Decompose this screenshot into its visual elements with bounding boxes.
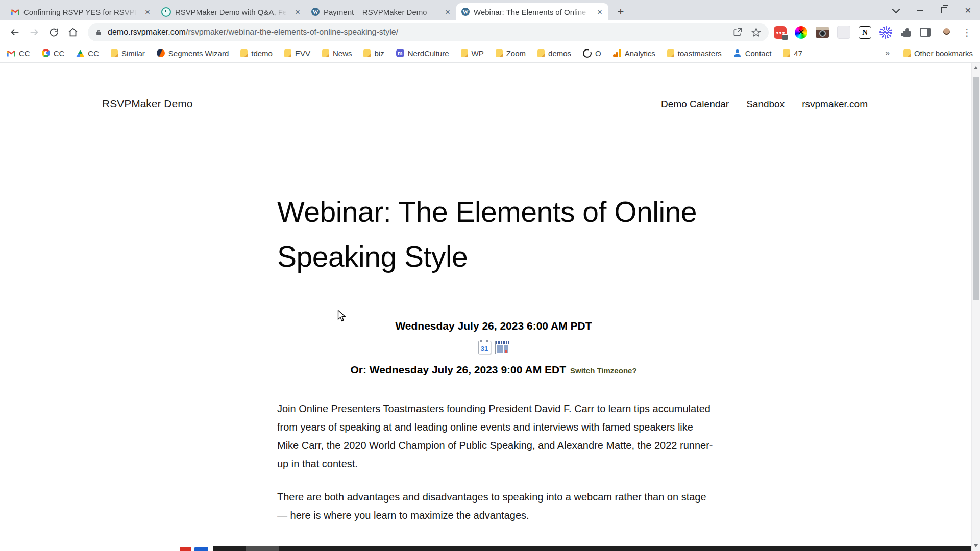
scrollbar-up-arrow[interactable] xyxy=(974,66,978,69)
folder-icon xyxy=(111,49,118,57)
event-title: Webinar: The Elements of Online Speaking… xyxy=(277,189,708,279)
wordpress-icon: W xyxy=(311,8,320,16)
folder-icon xyxy=(461,49,468,57)
reload-button[interactable] xyxy=(44,22,63,42)
bookmark-label: tdemo xyxy=(251,49,273,58)
drive-icon xyxy=(76,50,84,57)
minimize-icon xyxy=(917,10,923,11)
bookmark-label: NerdCulture xyxy=(408,49,449,58)
back-button[interactable] xyxy=(5,22,24,42)
bookmark-folder-zoom[interactable]: Zoom xyxy=(496,49,526,58)
forward-button[interactable] xyxy=(24,22,44,42)
omnibox-actions xyxy=(732,27,762,38)
partial-content-blue-fragment xyxy=(194,547,208,551)
google-icon xyxy=(42,49,50,57)
page-scrollbar[interactable] xyxy=(971,63,980,551)
partial-content-red-fragment xyxy=(180,547,191,551)
new-tab-button[interactable]: + xyxy=(614,5,628,19)
bookmark-star-icon[interactable] xyxy=(751,27,762,38)
ring-icon xyxy=(583,49,592,58)
folder-icon xyxy=(667,49,674,57)
tab-strip: Confirming RSVP YES for RSVPM × RSVPMake… xyxy=(0,0,980,20)
ellipsis-dots xyxy=(776,32,778,34)
tab-close-icon[interactable]: × xyxy=(443,7,452,16)
profile-avatar[interactable] xyxy=(939,25,954,40)
minimize-button[interactable] xyxy=(908,0,932,20)
site-title[interactable]: RSVPMaker Demo xyxy=(102,97,192,110)
bookmark-label: Contact xyxy=(745,49,772,58)
tab-close-icon[interactable]: × xyxy=(595,7,604,16)
disabled-extension-icon[interactable] xyxy=(837,26,850,39)
restore-button[interactable] xyxy=(932,0,956,20)
red-ellipsis-extension-icon[interactable] xyxy=(774,26,787,39)
google-calendar-icon[interactable]: 31 xyxy=(478,341,491,354)
share-icon[interactable] xyxy=(732,27,743,37)
scrollbar-thumb[interactable] xyxy=(973,77,979,300)
mastodon-icon: m xyxy=(396,49,404,57)
notion-extension-icon[interactable]: N xyxy=(859,26,871,39)
bookmark-folder-47[interactable]: 47 xyxy=(783,49,802,58)
tab-webinar-active[interactable]: W Webinar: The Elements of Online × xyxy=(456,3,608,20)
tab-title: Confirming RSVP YES for RSVPM xyxy=(23,8,139,16)
bookmark-label: 47 xyxy=(794,49,802,58)
nav-sandbox[interactable]: Sandbox xyxy=(746,98,785,110)
gmail-icon xyxy=(7,50,15,57)
folder-icon xyxy=(496,49,503,57)
folder-icon xyxy=(284,49,291,57)
address-bar[interactable]: demo.rsvpmaker.com/rsvpmaker/webinar-the… xyxy=(88,23,769,41)
home-button[interactable] xyxy=(63,22,83,42)
bookmark-folder-toastmasters[interactable]: toastmasters xyxy=(667,49,722,58)
bookmark-drive-cc[interactable]: CC xyxy=(76,49,99,58)
bookmarks-separator xyxy=(897,48,897,58)
chevron-down-icon xyxy=(892,5,900,13)
tab-rsvpmaker-qa[interactable]: RSVPMaker Demo with Q&A, Fea × xyxy=(156,3,306,20)
bookmark-label: Zoom xyxy=(506,49,526,58)
starburst-extension-icon[interactable] xyxy=(879,26,892,39)
bookmark-label: CC xyxy=(19,49,30,58)
bookmark-folder-demos[interactable]: demos xyxy=(537,49,571,58)
url-path: /rsvpmaker/webinar-the-elements-of-onlin… xyxy=(186,28,398,36)
bookmark-folder-evv[interactable]: EVV xyxy=(284,49,310,58)
bookmark-nerdculture[interactable]: m NerdCulture xyxy=(396,49,449,58)
tab-title: RSVPMaker Demo with Q&A, Fea xyxy=(175,8,289,16)
tab-close-icon[interactable]: × xyxy=(143,7,152,16)
tab-search-button[interactable] xyxy=(884,0,908,20)
browser-menu-icon[interactable]: ⋮ xyxy=(962,27,972,38)
bookmark-o[interactable]: O xyxy=(583,49,601,58)
lock-icon xyxy=(95,29,103,36)
event-description-paragraph-2: There are both advantages and disadvanta… xyxy=(277,488,714,524)
add-to-calendar-row: 31 xyxy=(277,340,710,355)
bookmark-gmail-cc[interactable]: CC xyxy=(7,49,30,58)
tab-payment[interactable]: W Payment – RSVPMaker Demo × xyxy=(306,3,456,20)
bookmark-segments-wizard[interactable]: Segments Wizard xyxy=(157,49,229,58)
scrollbar-down-arrow[interactable] xyxy=(974,544,978,547)
tab-gmail-rsvp[interactable]: Confirming RSVP YES for RSVPM × xyxy=(6,3,156,20)
other-bookmarks-label: Other bookmarks xyxy=(914,49,973,58)
bookmark-contact[interactable]: Contact xyxy=(733,49,772,58)
bookmark-google-cc[interactable]: CC xyxy=(42,49,65,58)
close-window-button[interactable]: × xyxy=(956,0,980,20)
analytics-icon xyxy=(613,49,621,57)
extensions-puzzle-icon[interactable] xyxy=(900,27,912,38)
side-panel-icon[interactable] xyxy=(920,28,931,37)
other-bookmarks-button[interactable]: Other bookmarks xyxy=(903,49,973,58)
bookmark-folder-wp[interactable]: WP xyxy=(461,49,484,58)
url-domain: demo.rsvpmaker.com xyxy=(108,28,186,36)
bookmark-label: Analytics xyxy=(625,49,655,58)
bookmark-folder-news[interactable]: News xyxy=(322,49,352,58)
bookmarks-overflow-chevron[interactable]: » xyxy=(885,48,890,58)
ical-calendar-icon[interactable] xyxy=(495,341,509,354)
bookmark-label: EVV xyxy=(295,49,310,58)
tab-close-icon[interactable]: × xyxy=(293,7,302,16)
folder-icon xyxy=(783,49,790,57)
camera-extension-icon[interactable] xyxy=(816,28,829,38)
switch-timezone-link[interactable]: Switch Timzeone? xyxy=(570,366,637,375)
bookmark-folder-similar[interactable]: Similar xyxy=(111,49,145,58)
bookmark-folder-tdemo[interactable]: tdemo xyxy=(240,49,273,58)
bookmark-folder-biz[interactable]: biz xyxy=(363,49,384,58)
bookmark-analytics[interactable]: Analytics xyxy=(613,49,655,58)
color-wheel-extension-icon[interactable]: ✕ xyxy=(795,26,807,39)
nav-rsvpmaker-com[interactable]: rsvpmaker.com xyxy=(802,98,868,110)
nav-demo-calendar[interactable]: Demo Calendar xyxy=(661,98,729,110)
folder-icon xyxy=(537,49,545,57)
